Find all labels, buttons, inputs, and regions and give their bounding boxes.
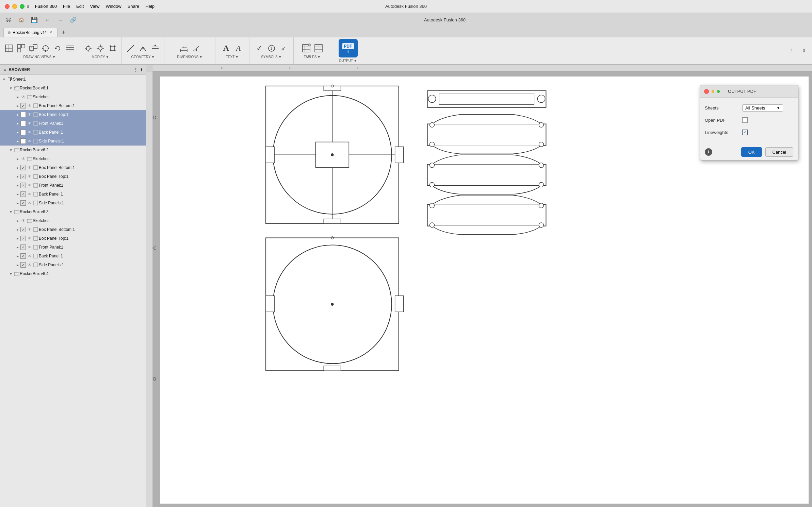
tree-fp3[interactable]: ► 👁 Front Panel:1 xyxy=(0,243,146,252)
link-button[interactable]: 🔗 xyxy=(68,15,78,25)
tree-sketches1[interactable]: ► 👁 Sketches xyxy=(0,92,146,101)
dialog-maximize-button[interactable] xyxy=(717,90,720,93)
table-icon[interactable]: 1 xyxy=(301,43,312,54)
undo-button[interactable]: ← xyxy=(42,15,52,25)
checkbox-fp1[interactable] xyxy=(20,121,26,126)
linear-dim-icon[interactable]: dim xyxy=(178,43,189,54)
checkbox-fp3[interactable] xyxy=(20,244,26,250)
browser-pin[interactable]: ⋮ xyxy=(134,67,138,72)
output-pdf-icon[interactable]: PDF ⬇ xyxy=(339,39,358,57)
menu-window[interactable]: Window xyxy=(105,4,121,9)
checkbox-sp2[interactable] xyxy=(20,200,26,206)
tree-box-panel-bottom1[interactable]: ► 👁 Box Panel Bottom:1 xyxy=(0,101,146,110)
circle-num-icon[interactable]: 1 xyxy=(266,43,277,54)
tree-sketches3[interactable]: ► 👁 Sketches xyxy=(0,216,146,225)
dialog-close-button[interactable] xyxy=(704,89,709,94)
output-label[interactable]: OUTPUT ▼ xyxy=(339,59,357,63)
checkbox-bpt1[interactable] xyxy=(20,112,26,117)
drawing-viewport[interactable]: D C B xyxy=(153,71,812,507)
modify-label[interactable]: MODIFY ▼ xyxy=(92,55,109,59)
tables-label[interactable]: TABLES ▼ xyxy=(304,55,321,59)
bom-icon[interactable] xyxy=(313,43,324,54)
base-view-icon[interactable] xyxy=(3,43,14,54)
tree-back-panel1[interactable]: ► 👁 Back Panel:1 xyxy=(0,128,146,137)
tree-bkp2[interactable]: ► 👁 Back Panel:1 xyxy=(0,190,146,199)
tree-sheet1[interactable]: ▼ 🗍 Sheet1 xyxy=(0,75,146,84)
crosshair-icon[interactable] xyxy=(83,43,94,54)
redo-button[interactable]: → xyxy=(55,15,65,25)
close-button[interactable] xyxy=(5,4,10,9)
browser-collapse-left[interactable]: « xyxy=(3,67,6,72)
checkmark-icon[interactable]: ✓ xyxy=(254,43,265,54)
symbols-label[interactable]: SYMBOLS ▼ xyxy=(261,55,281,59)
line-icon[interactable] xyxy=(125,43,136,54)
cancel-button[interactable]: Cancel xyxy=(765,147,793,157)
dimensions-label[interactable]: DIMENSIONS ▼ xyxy=(177,55,202,59)
home-button[interactable]: 🏠 xyxy=(16,15,27,25)
tree-front-panel1[interactable]: ► 👁 Front Panel:1 xyxy=(0,119,146,128)
active-tab[interactable]: RockerBo...ing v1* ✕ xyxy=(3,28,58,37)
minimize-button[interactable] xyxy=(12,4,17,9)
tree-bkp3[interactable]: ► 👁 Back Panel:1 xyxy=(0,252,146,260)
new-tab-button[interactable]: + xyxy=(59,28,68,37)
geometry-label[interactable]: GEOMETRY ▼ xyxy=(131,55,155,59)
tree-rockerbox1[interactable]: ▼ RockerBox v6:1 xyxy=(0,84,146,92)
checkbox-bpt3[interactable] xyxy=(20,236,26,241)
checkbox-sp3[interactable] xyxy=(20,262,26,268)
apple-menu[interactable]:  xyxy=(27,4,29,9)
menu-share[interactable]: Share xyxy=(128,4,140,9)
leader-text-icon[interactable]: A xyxy=(233,43,244,54)
sheets-dropdown[interactable]: All Sheets ▼ xyxy=(742,104,783,112)
move-view-icon[interactable] xyxy=(40,43,51,54)
open-pdf-checkbox[interactable] xyxy=(742,117,748,123)
canvas-area[interactable]: D C B D C B xyxy=(146,65,812,507)
dialog-minimize-button[interactable] xyxy=(712,90,714,93)
checkbox-bpb1[interactable] xyxy=(20,103,26,108)
tree-bpt3[interactable]: ► 👁 Box Panel Top:1 xyxy=(0,234,146,243)
projected-view-icon[interactable] xyxy=(16,43,27,54)
checkbox-bkp2[interactable] xyxy=(20,191,26,197)
lineweights-checkbox[interactable]: ✓ xyxy=(742,130,748,135)
menu-view[interactable]: View xyxy=(90,4,99,9)
checkbox-bkp3[interactable] xyxy=(20,253,26,259)
checkbox-fp2[interactable] xyxy=(20,183,26,188)
menu-file[interactable]: File xyxy=(63,4,70,9)
align-icon[interactable] xyxy=(95,43,106,54)
hatch-icon[interactable] xyxy=(65,43,76,54)
menu-edit[interactable]: Edit xyxy=(76,4,84,9)
tree-sp3[interactable]: ► 👁 Side Panels:1 xyxy=(0,260,146,269)
tree-rockerbox2[interactable]: ▼ RockerBox v6:2 xyxy=(0,146,146,154)
tree-sp2[interactable]: ► 👁 Side Panels:1 xyxy=(0,199,146,207)
transform-icon[interactable] xyxy=(107,43,118,54)
maximize-button[interactable] xyxy=(20,4,25,9)
tab-close-button[interactable]: ✕ xyxy=(48,30,53,35)
arc-icon[interactable] xyxy=(137,43,148,54)
tree-fp2[interactable]: ► 👁 Front Panel:1 xyxy=(0,181,146,190)
tree-sketches2[interactable]: ► 👁 Sketches xyxy=(0,154,146,163)
surface-finish-icon[interactable]: ➶ xyxy=(278,43,289,54)
menu-fusion360[interactable]: Fusion 360 xyxy=(35,4,57,9)
rotate-view-icon[interactable] xyxy=(52,43,63,54)
apps-button[interactable]: ⌘ xyxy=(3,15,14,25)
checkbox-bpb2[interactable] xyxy=(20,165,26,170)
checkbox-bp1[interactable] xyxy=(20,130,26,135)
text-icon[interactable]: A xyxy=(221,43,232,54)
tree-bpb2[interactable]: ► 👁 Box Panel Bottom:1 xyxy=(0,163,146,172)
tree-bpb3[interactable]: ► 👁 Box Panel Bottom:1 xyxy=(0,225,146,234)
section-view-icon[interactable] xyxy=(28,43,39,54)
info-button[interactable]: i xyxy=(705,148,712,156)
angular-dim-icon[interactable] xyxy=(191,43,201,54)
menu-help[interactable]: Help xyxy=(145,4,155,9)
tree-rockerbox3[interactable]: ▼ RockerBox v6:3 xyxy=(0,207,146,216)
tree-bpt2[interactable]: ► 👁 Box Panel Top:1 xyxy=(0,172,146,181)
browser-collapse-right[interactable]: ▮ xyxy=(141,68,143,71)
tree-rockerbox4[interactable]: ▼ RockerBox v6:4 xyxy=(0,269,146,278)
tree-box-panel-top1[interactable]: ► 👁 Box Panel Top:1 xyxy=(0,110,146,119)
save-button[interactable]: 💾 xyxy=(29,15,39,25)
checkbox-bpt2[interactable] xyxy=(20,174,26,179)
checkbox-bpb3[interactable] xyxy=(20,227,26,232)
offset-icon[interactable] xyxy=(150,43,161,54)
text-label[interactable]: TEXT ▼ xyxy=(226,55,239,59)
checkbox-sp1[interactable] xyxy=(20,138,26,144)
ok-button[interactable]: OK xyxy=(741,147,762,157)
